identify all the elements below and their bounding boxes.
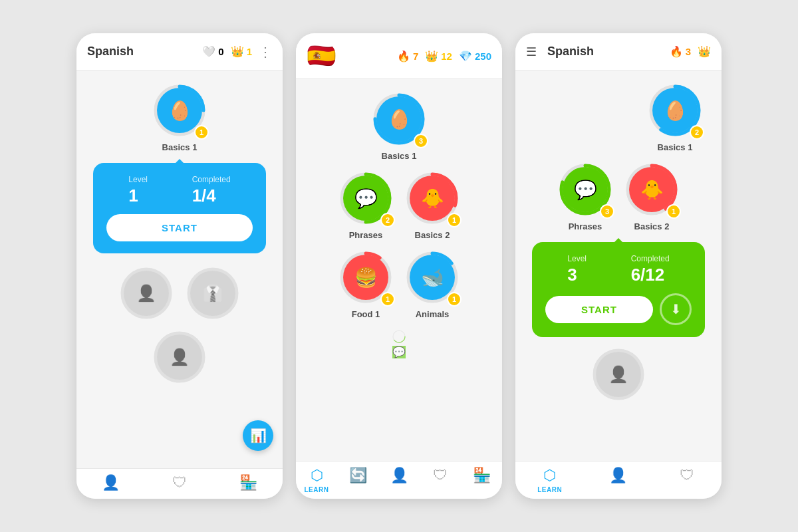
phone1-completed-stat: Completed 1/4 bbox=[192, 175, 231, 206]
phone3-phrases-circle[interactable]: 💬 3 bbox=[559, 163, 612, 216]
phone3-level-label: Level bbox=[567, 254, 587, 263]
phone1-streak-stat: 🤍 0 bbox=[202, 45, 223, 58]
phone1-locked-circle-2: 👔 bbox=[186, 267, 239, 320]
phone1-more-button[interactable]: ⋮ bbox=[259, 44, 272, 60]
phone3-phrases-skill[interactable]: 💬 3 Phrases bbox=[559, 163, 612, 231]
phone3-basics1-circle[interactable]: 🥚 2 bbox=[648, 84, 702, 137]
phone3-completed-stat: Completed 6/12 bbox=[631, 254, 670, 285]
phone1-start-button[interactable]: START bbox=[106, 214, 253, 241]
phone3-start-row: START ⬇ bbox=[545, 293, 692, 325]
phone1-locked-skill-2: 👔 bbox=[186, 267, 239, 320]
phone2-animals-skill[interactable]: 🐋 1 Animals bbox=[406, 251, 459, 319]
phone2-streak-stat: 🔥 7 bbox=[397, 50, 418, 63]
phone1-locked-skill-1: 👤 bbox=[120, 267, 173, 320]
phone3-hamburger-icon[interactable]: ☰ bbox=[526, 45, 537, 59]
phone3-basics2-circle[interactable]: 🐥 1 bbox=[625, 163, 678, 216]
phone2-basics1-circle[interactable]: 🥚 3 bbox=[372, 92, 426, 146]
phone2-nav-practice-icon: 🔄 bbox=[349, 467, 367, 484]
phone2-nav-learn-icon: ⬡ bbox=[311, 467, 323, 484]
phone-3: ☰ Spanish 🔥 3 👑 🥚 2 bbox=[515, 33, 722, 499]
phone3-basics1-skill[interactable]: 🥚 2 Basics 1 bbox=[648, 84, 702, 152]
phone3-start-button[interactable]: START bbox=[545, 296, 653, 323]
phone1-nav-profile[interactable]: 👤 bbox=[76, 474, 145, 493]
phone1-basics1-skill[interactable]: 🥚 1 Basics 1 bbox=[153, 84, 206, 152]
phone2-basics2-badge: 1 bbox=[447, 213, 462, 227]
phone2-basics1-badge: 3 bbox=[414, 134, 428, 148]
phone1-locked-circle-1: 👤 bbox=[120, 267, 173, 320]
phone3-streak-stat: 🔥 3 bbox=[670, 45, 691, 58]
phone1-streak-value: 0 bbox=[218, 46, 223, 57]
phone2-nav-profile[interactable]: 👤 bbox=[378, 467, 420, 493]
phone3-crowns-stat: 👑 bbox=[698, 45, 711, 58]
phone1-fab-button[interactable]: 📊 bbox=[243, 420, 273, 451]
phone2-crown-icon: 👑 bbox=[425, 50, 438, 63]
phone2-basics2-icon: 🐥 bbox=[410, 176, 455, 221]
phone2-basics2-label: Basics 2 bbox=[415, 230, 450, 240]
phone2-content: 🥚 3 Basics 1 💬 2 Phrases bbox=[296, 79, 502, 461]
phone3-nav-profile[interactable]: 👤 bbox=[584, 467, 652, 493]
phone1-tooltip-stats: Level 1 Completed 1/4 bbox=[106, 175, 253, 206]
phone3-nav-learn[interactable]: ⬡ Learn bbox=[515, 467, 584, 493]
phone2-animals-label: Animals bbox=[416, 309, 450, 319]
phone2-next-icon: 💬 bbox=[392, 346, 406, 358]
phone2-nav-learn-label: LEARN bbox=[305, 486, 329, 493]
phone1-completed-label: Completed bbox=[192, 175, 231, 184]
phone2-animals-circle[interactable]: 🐋 1 bbox=[406, 251, 459, 304]
phone3-level-value: 3 bbox=[567, 265, 587, 285]
phone1-locked-icon-3: 👤 bbox=[157, 334, 202, 380]
phone2-nav-learn[interactable]: ⬡ LEARN bbox=[296, 467, 337, 493]
phone1-fab-icon: 📊 bbox=[250, 428, 267, 444]
phone2-basics1-skill[interactable]: 🥚 3 Basics 1 bbox=[372, 92, 426, 161]
phone1-content: 🥚 1 Basics 1 Level 1 Completed 1/4 START bbox=[76, 70, 283, 468]
phone2-next-ring bbox=[392, 330, 406, 343]
phone3-basics2-skill[interactable]: 🐥 1 Basics 2 bbox=[625, 163, 678, 231]
phone2-basics2-skill[interactable]: 🐥 1 Basics 2 bbox=[406, 172, 459, 240]
phone3-download-icon: ⬇ bbox=[670, 301, 682, 317]
phone1-nav-shield-icon: 🛡 bbox=[172, 474, 187, 491]
phone2-food1-badge: 1 bbox=[380, 292, 395, 307]
phone1-nav-profile-icon: 👤 bbox=[102, 474, 120, 491]
phone2-flag-emoji: 🇪🇸 bbox=[307, 42, 336, 70]
phone3-header: ☰ Spanish 🔥 3 👑 bbox=[515, 33, 722, 70]
phone2-skills-row2: 🍔 1 Food 1 🐋 1 Animals bbox=[339, 251, 459, 319]
phone3-basics1-icon: 🥚 bbox=[652, 88, 698, 133]
phone1-locked-row: 👤 👔 bbox=[120, 267, 239, 320]
phone3-basics2-badge: 1 bbox=[666, 204, 681, 219]
phone2-nav-shop[interactable]: 🏪 bbox=[461, 467, 502, 493]
phone1-crown-icon: 👑 bbox=[231, 45, 244, 58]
phone2-gems-value: 250 bbox=[475, 51, 491, 62]
phone1-basics1-circle[interactable]: 🥚 1 bbox=[153, 84, 206, 137]
phone2-food1-skill[interactable]: 🍔 1 Food 1 bbox=[339, 251, 392, 319]
phone3-phrases-badge: 3 bbox=[600, 204, 614, 219]
phone2-food1-circle[interactable]: 🍔 1 bbox=[339, 251, 392, 304]
phone1-locked-icon-1: 👤 bbox=[124, 271, 169, 316]
phone2-phrases-skill[interactable]: 💬 2 Phrases bbox=[339, 172, 392, 240]
phone2-basics1-icon: 🥚 bbox=[376, 96, 422, 142]
phone2-phrases-circle[interactable]: 💬 2 bbox=[339, 172, 392, 225]
phone1-nav-shield[interactable]: 🛡 bbox=[145, 474, 213, 493]
phone2-streak-icon: 🔥 bbox=[397, 50, 410, 63]
phone3-completed-value: 6/12 bbox=[631, 265, 670, 285]
phone1-streak-icon: 🤍 bbox=[202, 45, 215, 58]
phone3-basics1-badge: 2 bbox=[690, 125, 704, 140]
phone3-nav-learn-icon: ⬡ bbox=[543, 467, 556, 484]
phone3-basics2-icon: 🐥 bbox=[629, 167, 674, 212]
phone2-phrases-icon: 💬 bbox=[343, 176, 388, 221]
phone3-level-stat: Level 3 bbox=[567, 254, 587, 285]
phone2-gem-icon: 💎 bbox=[459, 50, 472, 63]
phone1-level-label: Level bbox=[128, 175, 148, 184]
phone3-download-button[interactable]: ⬇ bbox=[660, 293, 692, 325]
phone2-basics2-circle[interactable]: 🐥 1 bbox=[406, 172, 459, 225]
phone1-locked-icon-2: 👔 bbox=[190, 271, 235, 316]
phone1-nav-shop[interactable]: 🏪 bbox=[214, 474, 283, 493]
phone2-nav-shield[interactable]: 🛡 bbox=[420, 467, 461, 493]
phone2-food1-icon: 🍔 bbox=[343, 255, 388, 300]
phone3-basics1-label: Basics 1 bbox=[658, 142, 693, 152]
phone2-nav-practice[interactable]: 🔄 bbox=[337, 467, 378, 493]
phone3-nav-shield[interactable]: 🛡 bbox=[653, 467, 722, 493]
phone2-flag: 🇪🇸 bbox=[307, 41, 336, 70]
phone1-locked-skill-3: 👤 bbox=[153, 331, 206, 384]
phone2-crowns-value: 12 bbox=[441, 51, 452, 62]
phone3-basics1-wrapper: 🥚 2 Basics 1 bbox=[522, 84, 715, 152]
phone2-next-skill-preview: 💬 bbox=[392, 330, 406, 358]
